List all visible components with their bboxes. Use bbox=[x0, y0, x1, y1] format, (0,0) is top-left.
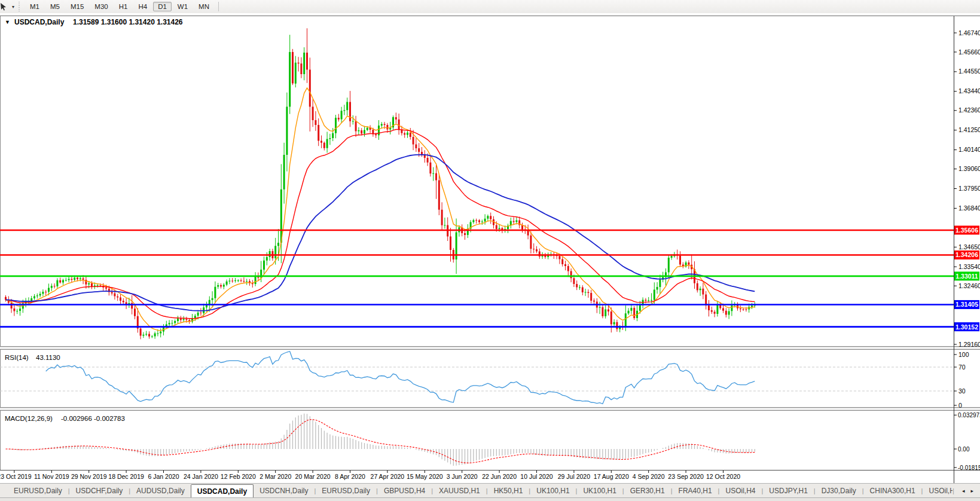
price-tick-label: 1.32460 bbox=[958, 282, 980, 289]
tab-separator: | bbox=[952, 487, 954, 494]
rsi-axis-label: 70 bbox=[958, 363, 966, 371]
macd-label: MACD(12,26,9) bbox=[5, 415, 53, 422]
tab-scroll-left-icon[interactable]: ◂ bbox=[959, 487, 968, 495]
time-tick-label: 8 Apr 2020 bbox=[335, 473, 365, 480]
toolbar-separator bbox=[218, 2, 219, 11]
timeframe-button-d1[interactable]: D1 bbox=[153, 2, 172, 11]
price-badge-label: 1.35606 bbox=[955, 227, 978, 234]
cursor-tool-dropdown-icon[interactable]: ▾ bbox=[10, 4, 17, 10]
price-tick-label: 1.41250 bbox=[958, 126, 980, 133]
timeframe-button-m15[interactable]: M15 bbox=[66, 2, 88, 11]
price-tick-label: 1.29160 bbox=[958, 341, 980, 348]
macd-current-values: -0.002966 -0.002783 bbox=[61, 415, 125, 422]
macd-axis-label: 0.00 bbox=[958, 446, 970, 453]
rsi-current-value: 43.1130 bbox=[36, 354, 60, 361]
price-tick-label: 1.46740 bbox=[958, 29, 980, 36]
time-tick-label: 29 Nov 2019 bbox=[71, 473, 107, 480]
time-tick-label: 12 Oct 2020 bbox=[706, 473, 740, 480]
bottom-tab-usoil-h4[interactable]: USOil,H4 bbox=[719, 484, 761, 498]
chart-title: USDCAD,Daily bbox=[14, 18, 65, 26]
bottom-tab-usdjpy-h1[interactable]: USDJPY,H1 bbox=[763, 484, 813, 498]
timeframe-button-m30[interactable]: M30 bbox=[90, 2, 112, 11]
chart-tabs: EURUSD,Daily|USDCHF,Daily|AUDUSD,DailyUS… bbox=[0, 484, 952, 498]
bottom-tab-hk50-h1[interactable]: HK50,H1 bbox=[488, 484, 529, 498]
bottom-tab-gbpusd-h4[interactable]: GBPUSD,H4 bbox=[378, 484, 431, 498]
timeframe-button-mn[interactable]: MN bbox=[194, 2, 214, 11]
time-tick-label: 23 Sep 2020 bbox=[668, 473, 704, 480]
bottom-tab-uk100-h1[interactable]: UK100,H1 bbox=[530, 484, 575, 498]
rsi-axis-label: 0 bbox=[958, 402, 962, 409]
time-tick-label: 24 Jan 2020 bbox=[184, 473, 218, 480]
bottom-tab-usdcad-daily[interactable]: USDCAD,Daily bbox=[191, 484, 254, 498]
rsi-axis-label: 100 bbox=[958, 351, 969, 358]
bottom-tab-usoil-h1[interactable]: USOil,H1 bbox=[923, 484, 952, 498]
price-tick-label: 1.36840 bbox=[958, 204, 980, 212]
time-tick-label: 22 Jun 2020 bbox=[482, 473, 517, 480]
price-badge-label: 1.31405 bbox=[955, 301, 978, 308]
price-badge-label: 1.34206 bbox=[955, 251, 978, 258]
bottom-tab-uk100-h1[interactable]: UK100,H1 bbox=[577, 484, 622, 498]
price-tick-label: 1.33540 bbox=[958, 263, 980, 270]
bottom-tab-audusd-daily[interactable]: AUDUSD,Daily bbox=[130, 484, 191, 498]
tab-scroll-right-icon[interactable]: ▸ bbox=[967, 487, 976, 495]
timeframe-button-m1[interactable]: M1 bbox=[25, 2, 44, 11]
time-tick-label: 17 Aug 2020 bbox=[594, 473, 629, 480]
chart-canvas[interactable]: 1.467401.456601.445501.434401.423601.412… bbox=[0, 13, 980, 483]
price-tick-label: 1.43440 bbox=[958, 87, 980, 94]
timeframe-toolbar: ▾ M1M5M15M30H1H4D1W1MN bbox=[0, 0, 980, 14]
timeframe-button-h4[interactable]: H4 bbox=[133, 2, 152, 11]
bottom-tab-dj30-daily[interactable]: DJ30,Daily bbox=[816, 484, 862, 498]
time-tick-label: 27 Apr 2020 bbox=[371, 473, 405, 480]
bottom-tab-ger30-h1[interactable]: GER30,H1 bbox=[624, 484, 671, 498]
chart-background bbox=[0, 13, 980, 483]
tab-scroll-controls: | ◂ ▸ bbox=[952, 484, 980, 498]
time-tick-label: 12 Feb 2020 bbox=[221, 473, 256, 480]
time-tick-label: 29 Jul 2020 bbox=[558, 473, 590, 480]
status-strip bbox=[0, 497, 980, 501]
bottom-tab-xauusd-h1[interactable]: XAUUSD,H1 bbox=[433, 484, 486, 498]
price-tick-label: 1.44550 bbox=[958, 68, 980, 75]
time-tick-label: 18 Dec 2019 bbox=[108, 473, 144, 480]
chart-ohlc-quote: 1.31589 1.31600 1.31420 1.31426 bbox=[73, 18, 183, 26]
price-tick-label: 1.42360 bbox=[958, 106, 980, 114]
bottom-tab-eurusd-daily[interactable]: EURUSD,Daily bbox=[8, 484, 68, 498]
time-tick-label: 23 Oct 2019 bbox=[0, 473, 32, 480]
price-badge-label: 1.30152 bbox=[955, 323, 978, 331]
toolbar-drag-handle[interactable] bbox=[18, 2, 21, 11]
chart-tab-bar: EURUSD,Daily|USDCHF,Daily|AUDUSD,DailyUS… bbox=[0, 483, 980, 498]
timeframe-button-m5[interactable]: M5 bbox=[45, 2, 65, 11]
bottom-tab-usdchf-daily[interactable]: USDCHF,Daily bbox=[70, 484, 129, 498]
timeframe-button-group: M1M5M15M30H1H4D1W1MN bbox=[25, 0, 215, 13]
timeframe-button-h1[interactable]: H1 bbox=[114, 2, 133, 11]
bottom-tab-china300-h1[interactable]: CHINA300,H1 bbox=[864, 484, 921, 498]
price-tick-label: 1.40140 bbox=[958, 146, 980, 153]
time-tick-label: 4 Sep 2020 bbox=[633, 473, 665, 480]
time-tick-label: 20 Mar 2020 bbox=[295, 473, 331, 480]
bottom-tab-eurusd-daily[interactable]: EURUSD,Daily bbox=[316, 484, 376, 498]
time-tick-label: 10 Jul 2020 bbox=[520, 473, 552, 480]
chart-collapse-icon[interactable]: ▼ bbox=[5, 19, 10, 25]
price-tick-label: 1.34650 bbox=[958, 243, 980, 250]
price-badge-label: 1.33011 bbox=[955, 273, 978, 280]
bottom-tab-fra40-h1[interactable]: FRA40,H1 bbox=[673, 484, 718, 498]
time-tick-label: 15 May 2020 bbox=[407, 473, 443, 480]
time-tick-label: 11 Nov 2019 bbox=[34, 473, 69, 480]
price-tick-label: 1.39060 bbox=[958, 165, 980, 172]
bottom-tab-usdcnh-daily[interactable]: USDCNH,Daily bbox=[254, 484, 314, 498]
mt4-window: ▾ M1M5M15M30H1H4D1W1MN 1.467401.456601.4… bbox=[0, 0, 980, 501]
price-tick-label: 1.45660 bbox=[958, 48, 980, 56]
rsi-label: RSI(14) bbox=[5, 354, 29, 361]
price-tick-label: 1.37950 bbox=[958, 185, 980, 192]
rsi-axis-label: 30 bbox=[958, 387, 966, 395]
cursor-tool-icon[interactable] bbox=[0, 1, 10, 12]
time-tick-label: 6 Jan 2020 bbox=[148, 473, 179, 480]
time-tick-label: 2 Mar 2020 bbox=[259, 473, 291, 480]
macd-axis-label: -0.018154 bbox=[958, 465, 980, 471]
time-tick-label: 3 Jun 2020 bbox=[447, 473, 478, 480]
timeframe-button-w1[interactable]: W1 bbox=[173, 2, 193, 11]
macd-axis-label: 0.032972 bbox=[958, 412, 980, 418]
